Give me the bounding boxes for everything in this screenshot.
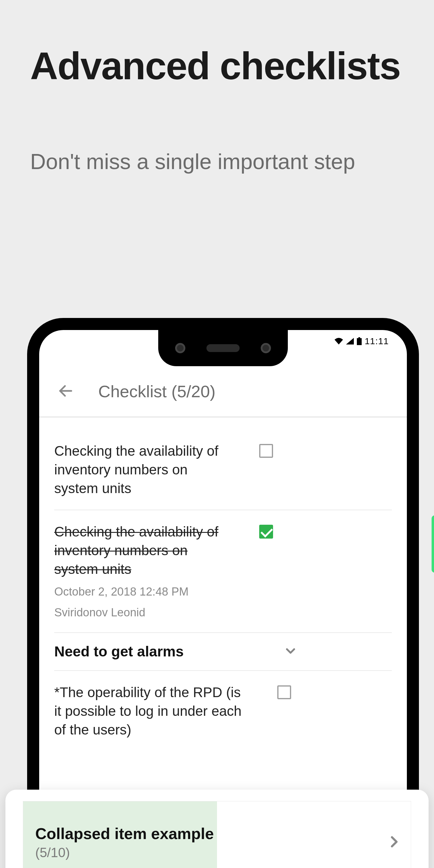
battery-icon bbox=[357, 337, 362, 345]
cell-signal-icon bbox=[346, 338, 354, 344]
checklist-section[interactable]: Need to get alarms bbox=[54, 633, 392, 671]
svg-rect-1 bbox=[357, 338, 362, 345]
phone-screen: 11:11 Checklist (5/20) Checking the avai… bbox=[39, 330, 407, 868]
collapsed-item-count: (5/10) bbox=[35, 845, 214, 860]
checklist-item[interactable]: *The operability of the RPD (is it possi… bbox=[54, 671, 392, 751]
wifi-icon bbox=[335, 338, 343, 344]
page-title: Checklist (5/20) bbox=[98, 381, 216, 401]
scroll-indicator bbox=[432, 516, 434, 572]
collapsed-item-inner[interactable]: Collapsed item example (5/10) bbox=[23, 801, 411, 868]
checklist-item-author: Sviridonov Leonid bbox=[54, 605, 259, 620]
promo-subtitle: Don't miss a single important step bbox=[30, 148, 355, 176]
checkbox-checked-icon[interactable] bbox=[259, 525, 273, 538]
status-time: 11:11 bbox=[365, 336, 389, 346]
checkbox-unchecked-icon[interactable] bbox=[259, 444, 273, 458]
collapsed-item-title: Collapsed item example bbox=[35, 825, 214, 843]
phone-notch bbox=[158, 330, 288, 366]
chevron-down-icon[interactable] bbox=[283, 644, 298, 659]
section-title: Need to get alarms bbox=[54, 643, 283, 661]
speaker-icon bbox=[207, 344, 240, 352]
camera-icon bbox=[261, 343, 271, 353]
back-icon[interactable] bbox=[57, 382, 74, 401]
collapsed-item-card[interactable]: Collapsed item example (5/10) bbox=[5, 789, 429, 868]
status-bar: 11:11 bbox=[335, 336, 389, 346]
chevron-right-icon[interactable] bbox=[386, 834, 402, 851]
checkbox-unchecked-icon[interactable] bbox=[277, 685, 291, 699]
checklist-item[interactable]: Checking the availability of inventory n… bbox=[54, 510, 392, 633]
svg-rect-0 bbox=[358, 337, 360, 338]
promo-title: Advanced checklists bbox=[30, 45, 400, 87]
checklist-item-label: Checking the availability of inventory n… bbox=[54, 441, 259, 498]
app-bar: Checklist (5/20) bbox=[39, 366, 407, 417]
phone-frame: 11:11 Checklist (5/20) Checking the avai… bbox=[27, 318, 419, 868]
checklist-item-label: *The operability of the RPD (is it possi… bbox=[54, 683, 277, 739]
camera-icon bbox=[175, 343, 185, 353]
checklist-item-timestamp: October 2, 2018 12:48 PM bbox=[54, 584, 259, 599]
checklist-item-label: Checking the availability of inventory n… bbox=[54, 522, 259, 578]
checklist-item[interactable]: Checking the availability of inventory n… bbox=[54, 430, 392, 510]
